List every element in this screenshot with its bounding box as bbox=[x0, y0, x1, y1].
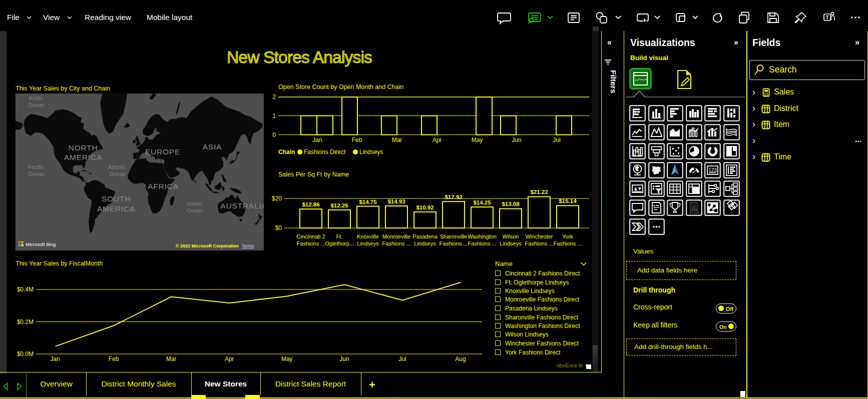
svg-text:Mar: Mar bbox=[392, 136, 402, 144]
svg-text:$12.26: $12.26 bbox=[330, 202, 348, 208]
svg-text:Aug: Aug bbox=[455, 356, 466, 362]
svg-text:$0.4M: $0.4M bbox=[17, 286, 34, 293]
svg-text:Feb: Feb bbox=[109, 356, 119, 362]
svg-text:Sales Per Sq Ft by Name: Sales Per Sq Ft by Name bbox=[278, 171, 349, 178]
svg-text:This Year Sales by FiscalMonth: This Year Sales by FiscalMonth bbox=[16, 260, 103, 267]
svg-text:Fashions Direct: Fashions Direct bbox=[304, 148, 346, 156]
svg-text:AFRICA: AFRICA bbox=[148, 182, 179, 190]
svg-text:Knoxville: Knoxville bbox=[357, 234, 379, 240]
svg-text:May: May bbox=[281, 356, 293, 362]
svg-text:New Stores Analysis: New Stores Analysis bbox=[227, 48, 372, 66]
svg-text:$0: $0 bbox=[275, 224, 282, 232]
svg-text:© 2022 Microsoft Corporation: © 2022 Microsoft Corporation bbox=[176, 244, 239, 248]
svg-text:ASIA: ASIA bbox=[203, 142, 222, 151]
svg-text:Mar: Mar bbox=[166, 356, 177, 362]
svg-text:Apr: Apr bbox=[432, 136, 442, 144]
svg-text:Sharonville: Sharonville bbox=[440, 234, 467, 240]
svg-text:Terms: Terms bbox=[242, 244, 254, 248]
svg-text:Arctic: Arctic bbox=[29, 95, 43, 101]
svg-text:$0.0M: $0.0M bbox=[17, 350, 34, 358]
svg-text:Jan: Jan bbox=[50, 356, 60, 362]
svg-text:Jun: Jun bbox=[339, 356, 349, 362]
svg-text:Lindseys: Lindseys bbox=[500, 240, 522, 246]
svg-text:$13.08: $13.08 bbox=[502, 201, 520, 207]
svg-text:Jan: Jan bbox=[312, 136, 322, 144]
svg-text:EUROPE: EUROPE bbox=[145, 148, 180, 156]
svg-text:$12.86: $12.86 bbox=[302, 202, 319, 208]
svg-text:Pacific: Pacific bbox=[28, 164, 45, 170]
svg-text:Monroeville: Monroeville bbox=[382, 234, 410, 240]
svg-text:Lindseys: Lindseys bbox=[414, 240, 436, 246]
svg-text:Oglethorp...: Oglethorp... bbox=[325, 240, 353, 246]
svg-text:Jul: Jul bbox=[398, 356, 406, 362]
svg-text:Fashions ...: Fashions ... bbox=[297, 240, 325, 246]
svg-text:Indian: Indian bbox=[187, 200, 202, 206]
svg-text:$17.92: $17.92 bbox=[445, 194, 462, 200]
svg-text:Pasadena: Pasadena bbox=[412, 234, 438, 240]
svg-text:Ocean: Ocean bbox=[110, 171, 126, 177]
svg-text:Feb: Feb bbox=[352, 136, 362, 144]
svg-text:$14.75: $14.75 bbox=[359, 199, 377, 205]
svg-text:$14.25: $14.25 bbox=[473, 200, 491, 206]
svg-text:Fashions ...: Fashions ... bbox=[440, 240, 468, 246]
svg-text:$21.22: $21.22 bbox=[530, 189, 548, 195]
svg-text:Fashions ...: Fashions ... bbox=[525, 240, 554, 246]
svg-text:NORTH: NORTH bbox=[69, 144, 98, 152]
svg-text:123: 123 bbox=[708, 168, 717, 173]
svg-text:Microsoft Bing: Microsoft Bing bbox=[26, 242, 56, 247]
svg-text:Lindseys: Lindseys bbox=[357, 240, 379, 246]
svg-text:Atlantic: Atlantic bbox=[108, 164, 127, 170]
svg-text:Ft.: Ft. bbox=[336, 234, 343, 240]
svg-text:Chain: Chain bbox=[278, 148, 295, 156]
svg-text:Jul: Jul bbox=[553, 136, 560, 144]
svg-text:Fashions ...: Fashions ... bbox=[382, 240, 411, 246]
svg-text:$0.2M: $0.2M bbox=[17, 318, 34, 326]
svg-text:Ocean: Ocean bbox=[29, 171, 45, 177]
svg-text:May: May bbox=[472, 136, 483, 144]
svg-text:Winchester: Winchester bbox=[525, 234, 553, 240]
svg-text:Fashions ...: Fashions ... bbox=[554, 240, 582, 246]
svg-text:$20: $20 bbox=[272, 195, 282, 202]
svg-text:AMERICA: AMERICA bbox=[97, 204, 135, 213]
svg-text:2: 2 bbox=[272, 94, 276, 100]
svg-text:Jun: Jun bbox=[512, 136, 521, 144]
svg-text:0: 0 bbox=[272, 132, 276, 138]
svg-text:SOUTH: SOUTH bbox=[102, 194, 131, 203]
svg-text:$14.93: $14.93 bbox=[387, 198, 405, 204]
svg-text:Cincinnati 2: Cincinnati 2 bbox=[296, 234, 325, 240]
svg-text:Ocean: Ocean bbox=[28, 102, 44, 108]
svg-text:Washington: Washington bbox=[468, 234, 497, 240]
svg-text:Wilson: Wilson bbox=[502, 234, 519, 240]
svg-text:AUSTRALIA: AUSTRALIA bbox=[220, 202, 264, 210]
svg-text:$15.14: $15.14 bbox=[559, 198, 577, 204]
svg-text:Fashions ...: Fashions ... bbox=[468, 240, 497, 246]
svg-text:Lindseys: Lindseys bbox=[359, 148, 383, 156]
svg-text:$10.92: $10.92 bbox=[416, 204, 433, 210]
svg-text:Ocean: Ocean bbox=[187, 208, 203, 214]
svg-text:Apr: Apr bbox=[225, 356, 234, 362]
svg-text:York: York bbox=[562, 234, 573, 240]
svg-text:AMERICA: AMERICA bbox=[64, 153, 102, 162]
svg-text:T: T bbox=[825, 15, 828, 20]
svg-text:1: 1 bbox=[272, 112, 276, 120]
